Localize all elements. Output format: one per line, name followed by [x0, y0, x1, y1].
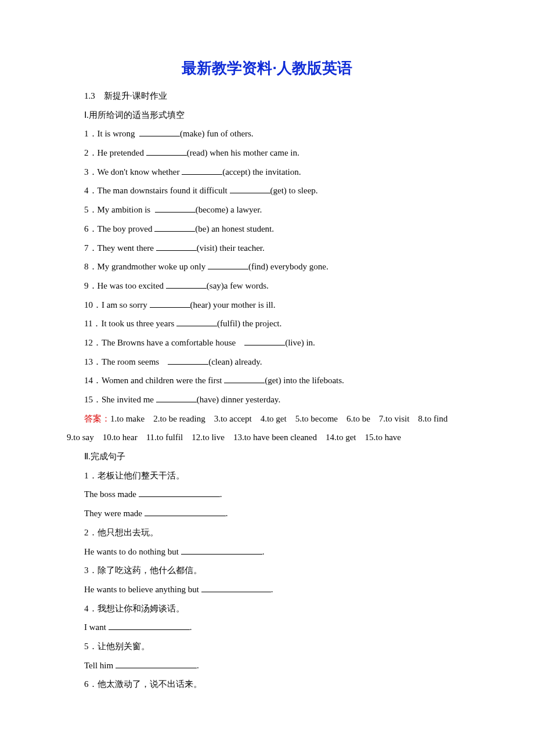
- q-text: (find) everybody gone.: [248, 262, 329, 271]
- s2-q6: 6．他太激动了，说不出话来。: [67, 675, 467, 694]
- section2-heading: Ⅱ.完成句子: [67, 447, 467, 466]
- question-6: 6．The boy proved (be) an honest student.: [67, 219, 467, 239]
- s2-q5: 5．让他别关窗。: [67, 637, 467, 656]
- q-text: 9．He was too excited: [84, 281, 166, 290]
- q-text: (accept) the invitation.: [222, 167, 301, 177]
- q-text: 5．My ambition is: [84, 205, 155, 214]
- q-text: 3．We don't know whether: [84, 167, 182, 177]
- fill-blank[interactable]: [109, 621, 190, 630]
- q-text: They were made: [84, 509, 145, 518]
- fill-blank[interactable]: [146, 146, 187, 156]
- section1-heading: Ⅰ.用所给词的适当形式填空: [67, 106, 467, 125]
- q-text: (be) an honest student.: [195, 224, 274, 233]
- q-text: He wants to believe anything but: [84, 585, 201, 594]
- s2-q4a: I want .: [67, 618, 467, 637]
- fill-blank[interactable]: [150, 298, 190, 308]
- s2-q1a: The boss made .: [67, 485, 467, 504]
- fill-blank[interactable]: [154, 222, 195, 232]
- q-text: (get) into the lifeboats.: [265, 376, 344, 385]
- q-text: 10．I am so sorry: [84, 300, 150, 309]
- fill-blank[interactable]: [176, 317, 217, 326]
- fill-blank[interactable]: [201, 583, 271, 592]
- question-15: 15．She invited me (have) dinner yesterda…: [67, 390, 467, 409]
- q-text: .: [262, 547, 265, 556]
- fill-blank[interactable]: [208, 260, 248, 269]
- fill-blank[interactable]: [224, 374, 265, 383]
- q-text: 11．It took us three years: [84, 319, 176, 328]
- q-text: He wants to do nothing but: [84, 547, 181, 556]
- q-text: (say)a few words.: [207, 281, 269, 290]
- q-text: (get) to sleep.: [270, 186, 318, 195]
- question-14: 14．Women and children were the first (ge…: [67, 371, 467, 390]
- q-text: (hear) your mother is ill.: [190, 300, 276, 309]
- q-text: .: [220, 489, 222, 499]
- fill-blank[interactable]: [181, 545, 262, 555]
- q-text: 8．My grandmother woke up only: [84, 262, 208, 271]
- fill-blank[interactable]: [116, 659, 197, 668]
- question-12: 12．The Browns have a comfortable house (…: [67, 333, 467, 352]
- question-3: 3．We don't know whether (accept) the inv…: [67, 163, 467, 182]
- q-text: 6．The boy proved: [84, 224, 154, 233]
- fill-blank[interactable]: [155, 203, 196, 213]
- q-text: .: [271, 585, 273, 594]
- answers-text: 1.to make 2.to be reading 3.to accept 4.…: [67, 414, 456, 442]
- q-text: .: [226, 509, 228, 518]
- q-text: (become) a lawyer.: [196, 205, 262, 214]
- answers-label: 答案：: [84, 414, 110, 423]
- q-text: 1．It is wrong: [84, 129, 139, 138]
- s2-q1: 1．老板让他们整天干活。: [67, 466, 467, 485]
- s2-q1b: They were made .: [67, 504, 467, 523]
- q-text: (live) in.: [285, 338, 315, 347]
- question-7: 7．They went there (visit) their teacher.: [67, 239, 467, 258]
- q-text: 13．The room seems: [84, 357, 168, 366]
- q-text: The boss made: [84, 489, 139, 499]
- q-text: 12．The Browns have a comfortable house: [84, 338, 244, 347]
- s2-q5a: Tell him .: [67, 656, 467, 675]
- question-11: 11．It took us three years (fulfil) the p…: [67, 314, 467, 333]
- fill-blank[interactable]: [230, 184, 270, 193]
- document-title: 最新教学资料·人教版英语: [67, 58, 467, 78]
- s2-q3: 3．除了吃这药，他什么都信。: [67, 561, 467, 580]
- q-text: I want: [84, 622, 109, 632]
- s2-q3a: He wants to believe anything but .: [67, 580, 467, 599]
- fill-blank[interactable]: [244, 336, 285, 345]
- q-text: (fulfil) the project.: [217, 319, 282, 328]
- answers-block: 答案：1.to make 2.to be reading 3.to accept…: [67, 409, 467, 447]
- fill-blank[interactable]: [156, 242, 197, 251]
- q-text: 7．They went there: [84, 243, 156, 253]
- q-text: (read) when his mother came in.: [187, 148, 300, 157]
- question-9: 9．He was too excited (say)a few words.: [67, 276, 467, 296]
- question-8: 8．My grandmother woke up only (find) eve…: [67, 257, 467, 276]
- question-2: 2．He pretended (read) when his mother ca…: [67, 143, 467, 163]
- question-10: 10．I am so sorry (hear) your mother is i…: [67, 296, 467, 315]
- q-text: (clean) already.: [208, 357, 262, 366]
- subheading: 1.3 新提升·课时作业: [67, 87, 467, 106]
- s2-q4: 4．我想让你和汤姆谈话。: [67, 599, 467, 618]
- fill-blank[interactable]: [145, 507, 226, 516]
- fill-blank[interactable]: [166, 279, 207, 289]
- s2-q2: 2．他只想出去玩。: [67, 523, 467, 542]
- q-text: (have) dinner yesterday.: [197, 395, 280, 404]
- q-text: 15．She invited me: [84, 395, 156, 404]
- question-13: 13．The room seems (clean) already.: [67, 352, 467, 372]
- q-text: 4．The man downstairs found it difficult: [84, 186, 230, 195]
- fill-blank[interactable]: [139, 488, 220, 497]
- q-text: 14．Women and children were the first: [84, 376, 224, 385]
- fill-blank[interactable]: [139, 127, 180, 136]
- fill-blank[interactable]: [182, 165, 222, 175]
- q-text: .: [190, 622, 192, 632]
- question-4: 4．The man downstairs found it difficult …: [67, 181, 467, 200]
- q-text: 2．He pretended: [84, 148, 146, 157]
- q-text: (visit) their teacher.: [197, 243, 265, 253]
- question-5: 5．My ambition is (become) a lawyer.: [67, 200, 467, 219]
- q-text: Tell him: [84, 661, 116, 670]
- q-text: (make) fun of others.: [180, 129, 254, 138]
- fill-blank[interactable]: [168, 355, 208, 365]
- fill-blank[interactable]: [156, 393, 197, 402]
- question-1: 1．It is wrong (make) fun of others.: [67, 124, 467, 143]
- page: 最新教学资料·人教版英语 1.3 新提升·课时作业 Ⅰ.用所给词的适当形式填空 …: [0, 0, 534, 756]
- q-text: .: [197, 661, 199, 670]
- s2-q2a: He wants to do nothing but .: [67, 542, 467, 561]
